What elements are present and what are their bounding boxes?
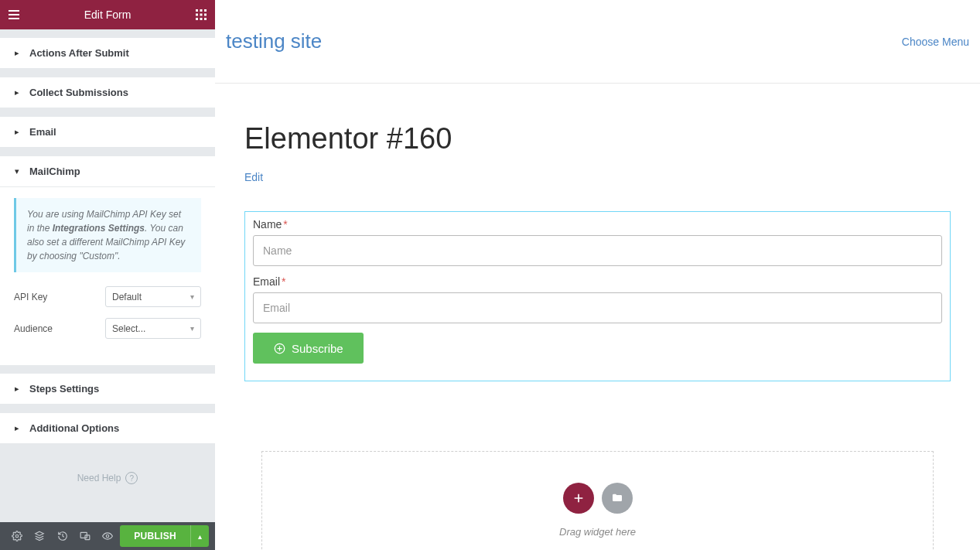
edit-link[interactable]: Edit — [244, 171, 263, 183]
add-template-button[interactable] — [602, 483, 633, 514]
api-key-select[interactable]: Default ▾ — [105, 286, 201, 307]
need-help-label: Need Help — [77, 473, 121, 483]
svg-rect-6 — [196, 18, 198, 20]
section-label: MailChimp — [29, 166, 80, 177]
caret-down-icon: ▾ — [12, 167, 22, 176]
section-additional-options[interactable]: ▸ Additional Options — [0, 412, 215, 444]
svg-rect-2 — [204, 9, 207, 12]
page-title: Elementor #160 — [244, 122, 951, 155]
sidebar-footer: PUBLISH ▴ — [0, 522, 215, 550]
site-header: testing site Choose Menu — [215, 0, 980, 84]
caret-right-icon: ▸ — [12, 384, 22, 394]
api-key-label: API Key — [14, 292, 47, 302]
section-collect-submissions[interactable]: ▸ Collect Submissions — [0, 77, 215, 108]
drop-zone-buttons — [563, 483, 633, 514]
api-key-row: API Key Default ▾ — [14, 286, 201, 307]
subscribe-button[interactable]: Subscribe — [253, 333, 364, 364]
audience-value: Select... — [112, 323, 145, 334]
caret-right-icon: ▸ — [12, 424, 22, 433]
choose-menu-link[interactable]: Choose Menu — [902, 36, 969, 48]
section-email[interactable]: ▸ Email — [0, 116, 215, 148]
section-actions-after-submit[interactable]: ▸ Actions After Submit — [0, 37, 215, 69]
form-widget[interactable]: Name* Email* Subscribe — [244, 211, 951, 381]
chevron-down-icon: ▾ — [190, 292, 194, 301]
caret-right-icon: ▸ — [12, 88, 22, 97]
svg-rect-0 — [196, 9, 198, 12]
api-key-value: Default — [112, 292, 142, 302]
section-label: Steps Settings — [29, 383, 99, 395]
required-asterisk: * — [282, 275, 285, 288]
preview-eye-icon[interactable] — [97, 525, 118, 547]
add-section-button[interactable] — [563, 483, 594, 514]
svg-rect-3 — [196, 14, 198, 16]
audience-label: Audience — [14, 323, 53, 334]
section-label: Collect Submissions — [29, 87, 128, 98]
site-title[interactable]: testing site — [226, 29, 322, 53]
panel-scroll: ▸ Actions After Submit ▸ Collect Submiss… — [0, 29, 215, 522]
sidebar-header: Edit Form — [0, 0, 215, 29]
caret-right-icon: ▸ — [12, 128, 22, 137]
name-input[interactable] — [253, 235, 942, 266]
help-icon: ? — [125, 472, 138, 484]
svg-rect-5 — [204, 14, 207, 16]
hamburger-icon[interactable] — [8, 9, 20, 21]
editor-sidebar: Edit Form ▸ Actions After Submit ▸ Colle… — [0, 0, 215, 550]
chevron-down-icon: ▾ — [190, 324, 194, 333]
section-label: Actions After Submit — [29, 47, 129, 59]
settings-icon[interactable] — [6, 525, 27, 547]
drop-zone-hint: Drag widget here — [559, 526, 636, 538]
history-icon[interactable] — [52, 525, 73, 547]
mailchimp-info-box: You are using MailChimp API Key set in t… — [14, 198, 201, 272]
section-steps-settings[interactable]: ▸ Steps Settings — [0, 373, 215, 405]
svg-point-9 — [15, 535, 19, 538]
svg-rect-4 — [200, 14, 203, 16]
email-label: Email* — [253, 275, 942, 288]
mailchimp-body: You are using MailChimp API Key set in t… — [0, 187, 215, 365]
info-text-strong: Integrations Settings — [53, 223, 145, 234]
section-label: Email — [29, 126, 56, 138]
form-field-email: Email* — [253, 275, 942, 323]
responsive-icon[interactable] — [74, 525, 95, 547]
section-label: Additional Options — [29, 422, 119, 434]
svg-rect-1 — [200, 9, 203, 12]
publish-group: PUBLISH ▴ — [120, 525, 209, 547]
need-help[interactable]: Need Help ? — [0, 444, 215, 500]
subscribe-label: Subscribe — [292, 342, 343, 355]
audience-select[interactable]: Select... ▾ — [105, 318, 201, 339]
navigator-icon[interactable] — [29, 525, 50, 547]
audience-row: Audience Select... ▾ — [14, 318, 201, 339]
svg-rect-8 — [204, 18, 207, 20]
publish-button[interactable]: PUBLISH — [120, 525, 190, 547]
svg-point-12 — [107, 535, 110, 538]
caret-right-icon: ▸ — [12, 49, 22, 58]
svg-rect-7 — [200, 18, 203, 20]
section-mailchimp[interactable]: ▾ MailChimp — [0, 155, 215, 187]
apps-grid-icon[interactable] — [195, 9, 207, 21]
plus-circle-icon — [273, 342, 285, 354]
required-asterisk: * — [283, 218, 287, 231]
sidebar-title: Edit Form — [20, 9, 195, 21]
page-body: Elementor #160 Edit Name* Email* Subscri… — [215, 84, 980, 550]
email-input[interactable] — [253, 292, 942, 323]
publish-options-button[interactable]: ▴ — [190, 525, 209, 547]
name-label: Name* — [253, 218, 942, 231]
drop-zone[interactable]: Drag widget here — [261, 451, 934, 550]
preview-area: testing site Choose Menu Elementor #160 … — [215, 0, 980, 550]
form-field-name: Name* — [253, 218, 942, 266]
